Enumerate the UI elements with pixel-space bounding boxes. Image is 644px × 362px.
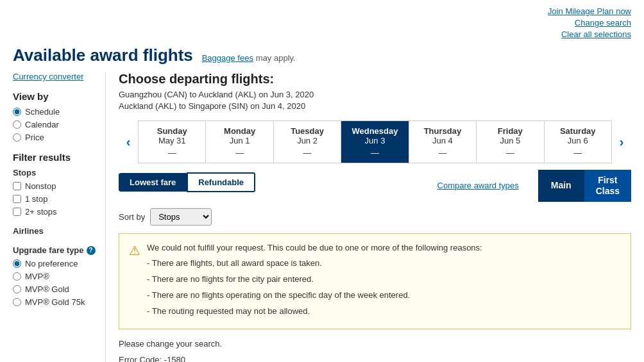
date-col-0[interactable]: Sunday May 31 — [138, 120, 206, 163]
upgrade-fare-info-icon[interactable]: ? [87, 246, 96, 255]
lowest-fare-tab[interactable]: Lowest fare [119, 173, 187, 192]
route-info-2: Auckland (AKL) to Singapore (SIN) on Jun… [119, 101, 631, 111]
refundable-tab[interactable]: Refundable [187, 172, 255, 192]
mvp-gold-radio[interactable] [13, 285, 21, 293]
one-stop-option[interactable]: 1 stop [13, 194, 96, 204]
mvp-option[interactable]: MVP® [13, 272, 96, 281]
view-schedule-option[interactable]: Schedule [13, 107, 96, 117]
warning-reason-0: - There are flights, but all award space… [147, 257, 482, 270]
stops-title: Stops [13, 168, 96, 177]
day-name-5: Friday [480, 126, 540, 136]
compare-award-types-link[interactable]: Compare award types [437, 181, 519, 190]
apply-text: may apply. [256, 53, 296, 63]
dash-5: — [480, 148, 540, 158]
warning-message: We could not fulfill your request. This … [147, 242, 482, 255]
view-price-radio[interactable] [13, 133, 21, 142]
warning-reason-3: - The routing requested may not be allow… [147, 305, 482, 318]
currency-converter-link[interactable]: Currency converter [13, 72, 96, 81]
two-plus-stops-option[interactable]: 2+ stops [13, 207, 96, 217]
no-preference-label: No preference [25, 259, 78, 268]
date-col-6[interactable]: Saturday Jun 6 — [545, 120, 612, 163]
date-navigation: ‹ Sunday May 31 — Monday Jun 1 — Tuesday [119, 120, 631, 163]
month-day-4: Jun 4 [412, 136, 473, 145]
first-class-button[interactable]: FirstClass [584, 170, 631, 202]
month-day-2: Jun 2 [277, 136, 337, 145]
class-buttons: Main FirstClass [538, 170, 631, 202]
month-day-6: Jun 6 [548, 136, 608, 145]
stops-checkbox-group: Nonstop 1 stop 2+ stops [13, 181, 96, 217]
view-calendar-radio[interactable] [13, 120, 21, 129]
nonstop-label: Nonstop [25, 181, 56, 191]
warning-icon: ⚠ [129, 243, 140, 258]
main-class-button[interactable]: Main [538, 170, 584, 202]
baggage-fees-area: Baggage fees may apply. [202, 53, 296, 63]
dash-0: — [142, 148, 202, 158]
upgrade-fare-radio-group: No preference MVP® MVP® Gold MVP® Gold 7… [13, 259, 96, 307]
month-day-0: May 31 [142, 136, 202, 145]
day-name-2: Tuesday [277, 126, 337, 136]
airlines-title: Airlines [13, 226, 96, 236]
header-section: Available award flights Baggage fees may… [0, 42, 644, 72]
dash-1: — [209, 148, 269, 158]
baggage-fees-link[interactable]: Baggage fees [202, 53, 253, 63]
date-col-2[interactable]: Tuesday Jun 2 — [274, 120, 341, 163]
warning-box: ⚠ We could not fulfill your request. Thi… [119, 233, 631, 329]
fare-tabs: Lowest fare Refundable [119, 172, 255, 192]
main-layout: Currency converter View by Schedule Cale… [0, 72, 644, 362]
date-columns: Sunday May 31 — Monday Jun 1 — Tuesday J… [138, 120, 612, 163]
mvp-gold-option[interactable]: MVP® Gold [13, 284, 96, 294]
sort-row-area: Sort by Stops Price Duration Departure A… [119, 208, 631, 226]
day-name-6: Saturday [548, 126, 608, 136]
warning-reason-1: - There are no flights for the city pair… [147, 273, 482, 286]
month-day-1: Jun 1 [209, 136, 269, 145]
dash-3: — [344, 148, 405, 158]
one-stop-checkbox[interactable] [13, 195, 21, 203]
view-price-option[interactable]: Price [13, 133, 96, 142]
change-search-link[interactable]: Change search [575, 18, 631, 28]
filter-results-title: Filter results [13, 152, 96, 163]
right-controls: Compare award types Main FirstClass [437, 170, 631, 202]
please-change-text: Please change your search. [119, 339, 631, 349]
view-calendar-option[interactable]: Calendar [13, 120, 96, 129]
mvp-gold-label: MVP® Gold [25, 284, 69, 294]
top-bar: Join Mileage Plan now Change search Clea… [0, 0, 644, 42]
month-day-3: Jun 3 [344, 136, 405, 145]
page-title: Available award flights [13, 45, 193, 65]
nonstop-checkbox[interactable] [13, 182, 21, 190]
one-stop-label: 1 stop [25, 194, 47, 204]
view-schedule-radio[interactable] [13, 108, 21, 116]
no-preference-option[interactable]: No preference [13, 259, 96, 268]
no-preference-radio[interactable] [13, 259, 21, 268]
date-col-4[interactable]: Thursday Jun 4 — [409, 120, 477, 163]
next-dates-button[interactable]: › [612, 120, 631, 163]
mvp-gold-75k-radio[interactable] [13, 298, 21, 306]
dash-2: — [277, 148, 337, 158]
mvp-gold-75k-label: MVP® Gold 75k [25, 297, 85, 307]
date-col-1[interactable]: Monday Jun 1 — [206, 120, 273, 163]
two-plus-stops-checkbox[interactable] [13, 208, 21, 216]
date-col-5[interactable]: Friday Jun 5 — [477, 120, 544, 163]
clear-selections-link[interactable]: Clear all selections [561, 29, 631, 39]
warning-text: We could not fulfill your request. This … [147, 242, 482, 321]
header-left: Available award flights Baggage fees may… [13, 45, 296, 65]
page-wrapper: Join Mileage Plan now Change search Clea… [0, 0, 644, 362]
date-col-3[interactable]: Wednesday Jun 3 — [341, 120, 409, 163]
view-schedule-label: Schedule [25, 107, 60, 117]
view-by-radio-group: Schedule Calendar Price [13, 107, 96, 142]
choose-departing-title: Choose departing flights: [119, 72, 631, 86]
nonstop-option[interactable]: Nonstop [13, 181, 96, 191]
controls-row: Lowest fare Refundable Compare award typ… [119, 170, 631, 202]
sidebar: Currency converter View by Schedule Cale… [0, 72, 106, 362]
month-day-5: Jun 5 [480, 136, 540, 145]
left-controls: Lowest fare Refundable [119, 172, 255, 199]
view-by-title: View by [13, 91, 96, 102]
content-area: Choose departing flights: Guangzhou (CAN… [106, 72, 644, 362]
prev-dates-button[interactable]: ‹ [119, 120, 138, 163]
join-mileage-link[interactable]: Join Mileage Plan now [548, 6, 631, 16]
dash-4: — [412, 148, 473, 158]
day-name-3: Wednesday [344, 126, 405, 136]
sort-by-select[interactable]: Stops Price Duration Departure Arrival [150, 208, 212, 226]
mvp-radio[interactable] [13, 272, 21, 281]
upgrade-fare-title: Upgrade fare type ? [13, 245, 96, 255]
mvp-gold-75k-option[interactable]: MVP® Gold 75k [13, 297, 96, 307]
